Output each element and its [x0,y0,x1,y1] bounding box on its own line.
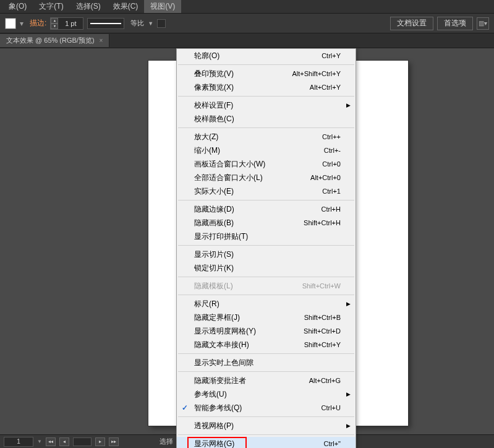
menu-separator [178,295,354,295]
stroke-up-button[interactable]: ▴ [51,18,58,24]
document-tabs: 文本效果 @ 65% (RGB/预览) × [0,33,494,48]
menu-separator [178,245,354,246]
nav-last-button[interactable]: ▸▸ [109,437,119,446]
menu-item-label: 校样设置(F) [194,100,341,111]
menu-item-label: 显示切片(S) [194,249,341,260]
menu-item[interactable]: 标尺(R)▶ [177,297,356,311]
menu-item-label: 参考线(U) [194,389,341,400]
menu-item-label: 叠印预览(V) [194,69,292,79]
menu-item-label: 校样颜色(C) [194,114,341,124]
menu-item[interactable]: 隐藏画板(B)Shift+Ctrl+H [177,216,356,230]
menu-item[interactable]: 叠印预览(V)Alt+Shift+Ctrl+Y [177,67,356,80]
workspace: 轮廓(O)Ctrl+Y叠印预览(V)Alt+Shift+Ctrl+Y像素预览(X… [0,48,494,444]
submenu-arrow-icon: ▶ [346,301,351,307]
menu-item-shortcut: Ctrl+1 [322,187,341,195]
stroke-down-button[interactable]: ▾ [51,24,58,29]
panel-icon[interactable]: ▥▾ [477,17,489,30]
menu-item[interactable]: 缩小(M)Ctrl+- [177,144,356,157]
zoom-input[interactable]: 1 [4,437,33,447]
menu-separator [178,416,354,417]
menu-item[interactable]: 全部适合窗口大小(L)Alt+Ctrl+0 [177,171,356,184]
menu-item[interactable]: 像素预览(X)Alt+Ctrl+Y [177,80,356,94]
menu-separator [178,200,354,200]
menu-item-label: 隐藏定界框(J) [194,312,304,323]
menu-item-label: 隐藏文本串接(H) [194,340,304,350]
menu-item[interactable]: 隐藏定界框(J)Shift+Ctrl+B [177,311,356,324]
toolbar-misc-box[interactable] [157,19,166,28]
menu-item-label: 隐藏边缘(D) [194,204,322,215]
menu-item-label: 全部适合窗口大小(L) [194,173,310,183]
menu-item-label: 隐藏模板(L) [194,281,302,291]
nav-first-button[interactable]: ◂◂ [46,437,56,446]
stroke-label: 描边: [30,18,46,28]
menu-item[interactable]: 隐藏渐变批注者Alt+Ctrl+G [177,374,356,387]
stroke-weight-input[interactable] [58,20,83,27]
menu-separator [178,353,354,354]
menu-item-shortcut: Alt+Ctrl+Y [310,84,341,91]
menu-item-label: 显示网格(G) [194,439,324,449]
nav-prev-button[interactable]: ◂ [59,437,69,446]
menu-item-label: 透视网格(P) [194,421,341,431]
menu-item-shortcut: Ctrl+" [324,440,341,447]
fill-swatch[interactable] [5,18,16,29]
menu-item-label: 实际大小(E) [194,186,322,197]
menu-item-shortcut: Shift+Ctrl+H [304,219,341,226]
menu-item[interactable]: 显示透明度网格(Y)Shift+Ctrl+D [177,324,356,338]
menu-item-label: 显示打印拼贴(T) [194,231,341,242]
nav-next-button[interactable]: ▸ [95,437,105,446]
preferences-button[interactable]: 首选项 [437,17,473,30]
menu-item[interactable]: 校样颜色(C) [177,112,356,126]
menu-item-label: 标尺(R) [194,299,341,309]
menu-item-label: 缩小(M) [194,145,324,156]
menu-item[interactable]: 锁定切片(K) [177,261,356,275]
menu-object[interactable]: 象(O) [2,0,33,13]
menu-text[interactable]: 文字(T) [33,0,69,13]
menu-item[interactable]: 校样设置(F)▶ [177,98,356,112]
page-number-input[interactable] [73,437,92,446]
menu-item-shortcut: Ctrl+- [324,147,341,154]
menu-item-shortcut: Ctrl++ [322,133,341,140]
menu-item[interactable]: 画板适合窗口大小(W)Ctrl+0 [177,157,356,171]
dropdown-arrow-icon[interactable]: ▼ [148,20,153,27]
check-icon: ✓ [182,403,188,412]
menu-item[interactable]: 参考线(U)▶ [177,387,356,401]
menu-effect[interactable]: 效果(C) [107,0,145,13]
status-select-label: 选择 [160,437,173,446]
menu-separator [178,127,354,128]
menu-item[interactable]: 隐藏文本串接(H)Shift+Ctrl+Y [177,338,356,351]
menu-item[interactable]: 放大(Z)Ctrl++ [177,130,356,144]
stroke-preview[interactable] [87,18,124,29]
menu-item[interactable]: 显示网格(G)Ctrl+" [177,437,356,448]
doc-settings-button[interactable]: 文档设置 [390,17,433,30]
menu-select[interactable]: 选择(S) [70,0,107,13]
menu-item: 隐藏模板(L)Shift+Ctrl+W [177,279,356,293]
zoom-dropdown-icon[interactable]: ▼ [37,439,42,444]
submenu-arrow-icon: ▶ [346,391,351,397]
menu-item[interactable]: 实际大小(E)Ctrl+1 [177,184,356,198]
menu-item-label: 隐藏画板(B) [194,218,304,228]
menu-item-shortcut: Alt+Shift+Ctrl+Y [292,70,341,77]
menu-item[interactable]: 透视网格(P)▶ [177,419,356,433]
menu-item[interactable]: 显示切片(S) [177,248,356,261]
menu-separator [178,96,354,97]
menubar: 象(O) 文字(T) 选择(S) 效果(C) 视图(V) [0,0,494,14]
document-tab[interactable]: 文本效果 @ 65% (RGB/预览) × [0,34,109,47]
menu-item-label: 像素预览(X) [194,82,310,93]
menu-item-label: 放大(Z) [194,132,322,142]
ratio-label: 等比 [130,19,144,28]
menu-item-shortcut: Alt+Ctrl+0 [310,174,341,181]
menu-item-label: 显示实时上色间隙 [194,358,341,368]
menu-item[interactable]: ✓智能参考线(Q)Ctrl+U [177,401,356,415]
menu-item-shortcut: Alt+Ctrl+G [309,377,341,384]
stroke-weight-input-wrap: ▴ ▾ [50,17,83,30]
toolbar: ▾ 描边: ▴ ▾ 等比 ▼ 文档设置 首选项 ▥▾ [0,14,494,33]
menu-view[interactable]: 视图(V) [144,0,181,13]
menu-item[interactable]: 显示打印拼贴(T) [177,230,356,243]
menu-item-label: 轮廓(O) [194,51,322,61]
menu-item[interactable]: 显示实时上色间隙 [177,356,356,369]
close-tab-icon[interactable]: × [100,37,103,44]
menu-item-shortcut: Ctrl+U [322,404,341,411]
swap-icon[interactable]: ▾ [20,19,26,28]
menu-item[interactable]: 轮廓(O)Ctrl+Y [177,49,356,62]
menu-item[interactable]: 隐藏边缘(D)Ctrl+H [177,202,356,216]
